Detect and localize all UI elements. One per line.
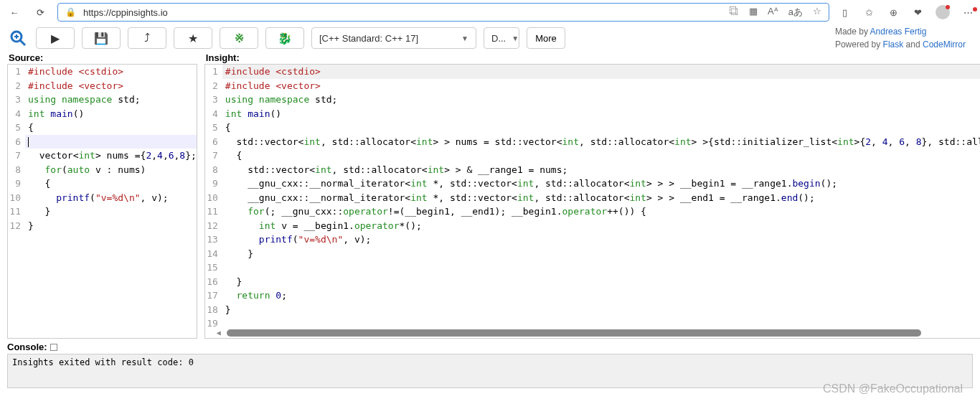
compiler-explorer-button[interactable]: ※ bbox=[220, 27, 258, 49]
code-line[interactable]: 12 int v = __begin1.operator*(); bbox=[205, 219, 980, 233]
code-line[interactable]: 9 { bbox=[8, 177, 197, 191]
d-select[interactable]: D... ▼ bbox=[484, 27, 519, 49]
code-line[interactable]: 1#include <cstdio> bbox=[8, 65, 197, 79]
back-button[interactable]: ← bbox=[6, 4, 23, 21]
line-code[interactable] bbox=[222, 316, 980, 331]
cpp-standard-select[interactable]: [C++ Standard: C++ 17] ▼ bbox=[311, 27, 476, 49]
translate-icon[interactable]: aあ bbox=[788, 6, 803, 19]
line-code[interactable]: std::vector<int, std::allocator<int> > n… bbox=[222, 135, 980, 149]
line-code[interactable]: std::vector<int, std::allocator<int> > &… bbox=[222, 163, 980, 177]
more-button[interactable]: More bbox=[527, 27, 565, 49]
line-code[interactable]: vector<int> nums ={2,4,6,8}; bbox=[25, 149, 197, 163]
quickbench-button[interactable]: 🐉 bbox=[265, 27, 304, 49]
code-line[interactable]: 19 bbox=[205, 316, 980, 331]
code-line[interactable]: 7 vector<int> nums ={2,4,6,8}; bbox=[8, 149, 197, 163]
source-label: Source: bbox=[7, 52, 197, 64]
line-code[interactable]: for(; __gnu_cxx::operator!=(__begin1, __… bbox=[222, 205, 980, 219]
code-line[interactable]: 2#include <vector> bbox=[205, 79, 980, 93]
line-code[interactable]: using namespace std; bbox=[222, 93, 980, 107]
code-line[interactable]: 8 for(auto v : nums) bbox=[8, 163, 197, 177]
author-link[interactable]: Andreas Fertig bbox=[870, 27, 927, 37]
line-number: 5 bbox=[8, 121, 25, 135]
line-code[interactable]: } bbox=[222, 247, 980, 261]
menu-icon[interactable]: ⋯ bbox=[961, 7, 974, 18]
line-code[interactable]: for(auto v : nums) bbox=[25, 163, 197, 177]
address-bar[interactable]: 🔒 https://cppinsights.io ⿻ ▦ Aᴬ aあ ☆ bbox=[57, 3, 829, 22]
line-code[interactable]: } bbox=[222, 303, 980, 317]
lock-icon: 🔒 bbox=[65, 7, 76, 17]
codemirror-link[interactable]: CodeMirror bbox=[923, 39, 966, 50]
line-code[interactable]: } bbox=[222, 275, 980, 289]
line-code[interactable]: return 0; bbox=[222, 288, 980, 303]
code-line[interactable]: 11 } bbox=[8, 205, 197, 219]
line-code[interactable]: { bbox=[222, 149, 980, 163]
code-line[interactable]: 5{ bbox=[205, 121, 980, 135]
line-code[interactable]: #include <vector> bbox=[222, 79, 980, 93]
line-code[interactable]: } bbox=[25, 219, 197, 233]
console-checkbox[interactable] bbox=[50, 344, 57, 351]
code-line[interactable]: 11 for(; __gnu_cxx::operator!=(__begin1,… bbox=[205, 205, 980, 219]
code-line[interactable]: 14 } bbox=[205, 247, 980, 261]
line-code[interactable]: int main() bbox=[25, 107, 197, 121]
code-line[interactable]: 8 std::vector<int, std::allocator<int> >… bbox=[205, 163, 980, 177]
run-button[interactable]: ▶ bbox=[36, 27, 75, 49]
code-line[interactable]: 6 std::vector<int, std::allocator<int> >… bbox=[205, 135, 980, 149]
line-number: 5 bbox=[205, 121, 222, 135]
code-line[interactable]: 5{ bbox=[8, 121, 197, 135]
code-line[interactable]: 9 __gnu_cxx::__normal_iterator<int *, st… bbox=[205, 177, 980, 191]
code-line[interactable]: 16 } bbox=[205, 275, 980, 289]
horizontal-scrollbar[interactable]: ◀▶ bbox=[227, 329, 980, 337]
code-line[interactable]: 12} bbox=[8, 219, 197, 233]
code-line[interactable]: 15 bbox=[205, 260, 980, 275]
console-label: Console: bbox=[7, 342, 47, 352]
star-button[interactable]: ★ bbox=[174, 27, 212, 49]
source-editor[interactable]: 1#include <cstdio>2#include <vector>3usi… bbox=[7, 64, 197, 339]
collections-icon[interactable]: ⊕ bbox=[887, 7, 900, 18]
code-line[interactable]: 13 printf("v=%d\n", v); bbox=[205, 232, 980, 247]
line-code[interactable]: #include <cstdio> bbox=[25, 65, 197, 79]
line-code[interactable]: printf("v=%d\n", v); bbox=[222, 232, 980, 247]
line-code[interactable]: { bbox=[25, 121, 197, 135]
code-line[interactable]: 4int main() bbox=[8, 107, 197, 121]
line-number: 4 bbox=[8, 107, 25, 121]
cppinsights-logo[interactable] bbox=[7, 27, 29, 49]
code-line[interactable]: 10 __gnu_cxx::__normal_iterator<int *, s… bbox=[205, 191, 980, 205]
line-code[interactable]: __gnu_cxx::__normal_iterator<int *, std:… bbox=[222, 191, 980, 205]
code-line[interactable]: 6 bbox=[8, 135, 197, 149]
line-code[interactable]: int main() bbox=[222, 107, 980, 121]
line-code[interactable]: { bbox=[25, 177, 197, 191]
line-code[interactable]: { bbox=[222, 121, 980, 135]
code-line[interactable]: 18} bbox=[205, 303, 980, 317]
save-button[interactable]: 💾 bbox=[82, 27, 121, 49]
heartbeat-icon[interactable]: ❤ bbox=[911, 7, 924, 18]
line-code[interactable]: } bbox=[25, 205, 197, 219]
line-code[interactable] bbox=[25, 135, 197, 149]
code-line[interactable]: 17 return 0; bbox=[205, 288, 980, 303]
insight-editor[interactable]: 1#include <cstdio>2#include <vector>3usi… bbox=[204, 64, 980, 339]
refresh-button[interactable]: ⟳ bbox=[32, 4, 49, 21]
line-code[interactable]: __gnu_cxx::__normal_iterator<int *, std:… bbox=[222, 177, 980, 191]
line-code[interactable]: #include <cstdio> bbox=[222, 65, 980, 79]
textsize-icon[interactable]: Aᴬ bbox=[768, 6, 778, 19]
qr-icon[interactable]: ▦ bbox=[749, 6, 758, 19]
code-line[interactable]: 7 { bbox=[205, 149, 980, 163]
line-code[interactable]: int v = __begin1.operator*(); bbox=[222, 219, 980, 233]
code-line[interactable]: 2#include <vector> bbox=[8, 79, 197, 93]
upload-button[interactable]: ⤴ bbox=[128, 27, 166, 49]
profile-avatar[interactable] bbox=[936, 5, 950, 19]
line-number: 6 bbox=[8, 135, 25, 149]
line-code[interactable] bbox=[222, 260, 980, 275]
favorites-icon[interactable]: ✩ bbox=[862, 7, 875, 18]
code-line[interactable]: 3using namespace std; bbox=[8, 93, 197, 107]
reader-icon[interactable]: ⿻ bbox=[730, 6, 739, 19]
line-code[interactable]: using namespace std; bbox=[25, 93, 197, 107]
line-code[interactable]: printf("v=%d\n", v); bbox=[25, 191, 197, 205]
line-code[interactable]: #include <vector> bbox=[25, 79, 197, 93]
favorite-icon[interactable]: ☆ bbox=[813, 6, 821, 19]
code-line[interactable]: 1#include <cstdio> bbox=[205, 65, 980, 79]
flask-link[interactable]: Flask bbox=[883, 39, 904, 50]
split-icon[interactable]: ▯ bbox=[838, 7, 851, 18]
code-line[interactable]: 10 printf("v=%d\n", v); bbox=[8, 191, 197, 205]
code-line[interactable]: 4int main() bbox=[205, 107, 980, 121]
code-line[interactable]: 3using namespace std; bbox=[205, 93, 980, 107]
